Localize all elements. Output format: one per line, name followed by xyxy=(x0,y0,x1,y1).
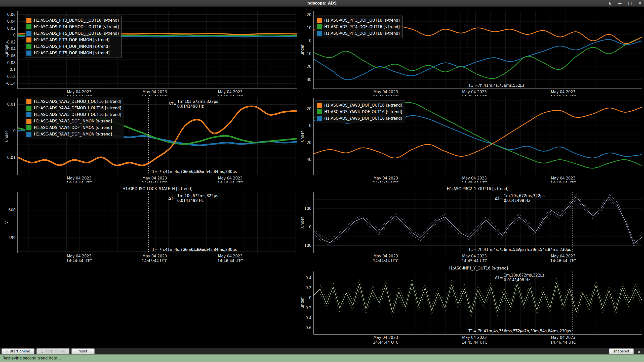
x-tick-label: May 04 202314:45:44 UTC xyxy=(454,254,495,263)
legend-swatch-icon xyxy=(26,31,31,36)
toolbar: ▷ start online □ stop online reset snaps… xyxy=(0,348,644,354)
x-tick-label: May 04 202314:45:44 UTC xyxy=(454,90,495,96)
y-tick-label: 599 xyxy=(0,236,16,240)
x-tick-date: May 04 2023 xyxy=(543,176,583,181)
legend-label: H1:ASC-ADS_PIT4_DOF_OUT16 [s-trend] xyxy=(324,25,400,29)
legend-item: H1:ASC-ADS_PIT5_DEMOD_I_OUT16 [s-trend] xyxy=(26,30,119,37)
legend-swatch-icon xyxy=(317,116,322,121)
plot-pit-dof[interactable]: 20100-10-20-30undefMay 04 202314:44:44 U… xyxy=(299,7,644,96)
delta-t-values: 1m,10s,672ms,322µs0.0141498 Hz xyxy=(504,194,544,203)
legend-label: H1:ASC-ADS_PIT4_DEMOD_I_OUT16 [s-trend] xyxy=(34,25,119,29)
y-tick-label: -0.4 xyxy=(299,316,311,320)
x-tick-time: 14:44:44 UTC xyxy=(366,181,406,183)
stop-online-button[interactable]: □ stop online xyxy=(36,348,69,354)
legend-label: H1:ASC-ADS_YAW4_DOF_INMON [s-trend] xyxy=(34,125,112,130)
reset-button[interactable]: reset xyxy=(71,348,95,354)
expand-arrow-icon[interactable]: ▲ xyxy=(636,349,642,353)
y-tick-label: 0.2 xyxy=(299,286,311,290)
plot-title: H1:GRD-ISC_LOCK_STATE_N [s-trend] xyxy=(123,187,192,191)
delta-t-annotation: ΔT=1m,10s,672ms,322µs0.0141498 Hz xyxy=(495,273,544,283)
maximize-icon[interactable]: □ xyxy=(628,0,632,7)
legend-item: H1:ASC-ADS_YAW3_DEMOD_I_OUT16 [s-trend] xyxy=(26,98,121,105)
x-tick-time: 14:46:44 UTC xyxy=(543,340,583,345)
plot-pit-demod[interactable]: 0.060.040.020-0.02-0.04-0.06-0.08-0.1-0.… xyxy=(0,7,305,96)
y-tick-label: -0.12 xyxy=(0,74,16,79)
x-tick-time: 14:46:44 UTC xyxy=(210,259,250,263)
delta-t-annotation: ΔT=1m,10s,672ms,322µs0.0141498 Hz xyxy=(169,194,218,203)
y-tick-label: -0.6 xyxy=(299,326,311,330)
y-axis-label: undef xyxy=(300,131,305,142)
y-tick-label: 0.4 xyxy=(299,276,311,280)
x-tick-date: May 04 2023 xyxy=(543,254,583,259)
play-icon: ▷ xyxy=(6,349,8,353)
legend: H1:ASC-ADS_YAW3_DEMOD_I_OUT16 [s-trend]H… xyxy=(25,97,124,139)
y-axis-label: undef xyxy=(300,44,305,55)
legend-label: H1:ASC-ADS_YAW3_DEMOD_I_OUT16 [s-trend] xyxy=(34,99,121,104)
x-tick-date: May 04 2023 xyxy=(135,254,175,259)
snapshot-button[interactable]: snapshot xyxy=(609,348,634,354)
legend-swatch-icon xyxy=(317,18,322,23)
legend-item: H1:ASC-ADS_PIT5_DOF_OUT16 [s-trend] xyxy=(317,30,400,37)
plot-yaw-demod[interactable]: 0.010-0.01undefMay 04 202314:44:44 UTCMa… xyxy=(0,96,305,183)
legend-swatch-icon xyxy=(26,132,31,137)
x-tick-time: 14:45:44 UTC xyxy=(454,259,495,263)
start-online-button[interactable]: ▷ start online xyxy=(2,348,34,354)
minimize-icon[interactable]: — xyxy=(618,0,622,7)
window-controls: ∧ — □ × xyxy=(608,0,641,7)
y-tick-label: -0.1 xyxy=(0,67,16,72)
x-tick-date: May 04 2023 xyxy=(59,90,99,95)
legend: H1:ASC-ADS_PIT3_DOF_OUT16 [s-trend]H1:AS… xyxy=(315,16,403,38)
legend-label: H1:ASC-ADS_PIT3_DEMOD_I_OUT16 [s-trend] xyxy=(34,18,119,23)
y-tick-label: 0 xyxy=(299,38,311,43)
legend-item: H1:ASC-ADS_PIT4_DOF_OUT16 [s-trend] xyxy=(317,24,400,30)
x-tick-date: May 04 2023 xyxy=(210,254,250,259)
x-tick-date: May 04 2023 xyxy=(454,90,495,95)
legend-label: H1:ASC-ADS_YAW4_DOF_OUT16 [s-trend] xyxy=(324,110,402,114)
envelope-line xyxy=(313,194,642,241)
series-group xyxy=(313,194,642,246)
y-axis-label: undef xyxy=(300,217,305,228)
delta-t-values: 1m,10s,672ms,322µs0.0141498 Hz xyxy=(504,273,544,283)
y-tick-label: -30 xyxy=(299,77,311,82)
y-tick-label: -0.14 xyxy=(0,81,16,86)
stop-icon: □ xyxy=(41,349,44,353)
reset-label: reset xyxy=(78,349,87,353)
x-tick-date: May 04 2023 xyxy=(135,90,175,95)
y-axis-label: undef xyxy=(4,131,9,142)
y-tick-label: 0 xyxy=(299,123,311,128)
x-tick-date: May 04 2023 xyxy=(366,90,406,95)
title-bar[interactable]: ndscope: ADS ∧ — □ × xyxy=(0,0,644,7)
y-tick-label: 0 xyxy=(0,33,16,37)
x-tick-label: May 04 202314:44:44 UTC xyxy=(59,176,99,183)
x-tick-label: May 04 202314:45:44 UTC xyxy=(135,254,175,263)
legend-swatch-icon xyxy=(26,99,31,104)
plot-prc2-y[interactable]: 1000-100undefMay 04 202314:44:44 UTCMay … xyxy=(299,186,644,265)
delta-t-duration: 1m,10s,672ms,322µs xyxy=(177,99,218,104)
gridlines xyxy=(313,192,642,253)
y-tick-label: -0.02 xyxy=(0,40,16,44)
plot-lock-state[interactable]: 600599VMay 04 202314:44:44 UTCMay 04 202… xyxy=(0,186,305,265)
x-tick-time: 14:45:44 UTC xyxy=(135,181,175,183)
delta-t-prefix: ΔT= xyxy=(495,276,503,280)
x-tick-label: May 04 202314:45:44 UTC xyxy=(135,90,175,96)
x-tick-date: May 04 2023 xyxy=(454,335,495,340)
shade-icon[interactable]: ∧ xyxy=(608,0,611,7)
legend-item: H1:ASC-ADS_PIT3_DEMOD_I_OUT16 [s-trend] xyxy=(26,17,119,24)
legend-swatch-icon xyxy=(317,24,322,29)
plot-yaw-dof[interactable]: 200-20-40undefMay 04 202314:44:44 UTCMay… xyxy=(299,96,644,183)
x-tick-time: 14:44:44 UTC xyxy=(59,259,99,263)
legend-item: H1:ASC-ADS_YAW5_DOF_INMON [s-trend] xyxy=(26,131,121,138)
legend-item: H1:ASC-ADS_PIT3_DOF_OUT16 [s-trend] xyxy=(317,17,400,24)
x-tick-time: 14:46:44 UTC xyxy=(543,259,583,263)
start-online-label: start online xyxy=(10,349,30,353)
window-title: ndscope: ADS xyxy=(307,1,337,6)
legend-item: H1:ASC-ADS_YAW4_DEMOD_I_OUT16 [s-trend] xyxy=(26,105,121,111)
plot-inp1-y[interactable]: 0.40.20-0.2-0.4-0.6undefMay 04 202314:44… xyxy=(299,265,644,348)
x-tick-label: May 04 202314:44:44 UTC xyxy=(59,90,99,96)
delta-t-duration: 1m,10s,672ms,322µs xyxy=(504,273,544,278)
legend-label: H1:ASC-ADS_PIT5_DOF_INMON [s-trend] xyxy=(34,51,110,55)
x-tick-label: May 04 202314:46:44 UTC xyxy=(210,254,250,263)
y-axis-label: undef xyxy=(4,44,9,55)
plot-canvas xyxy=(0,186,305,265)
close-icon[interactable]: × xyxy=(638,0,641,7)
